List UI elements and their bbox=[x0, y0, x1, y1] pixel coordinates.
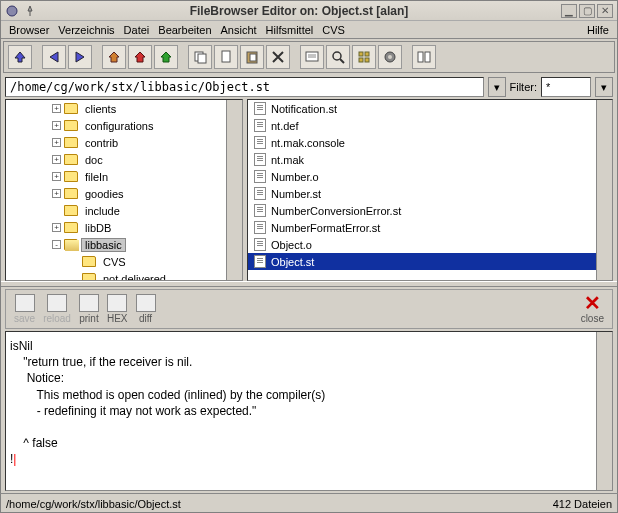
svg-rect-17 bbox=[418, 52, 423, 62]
forward-button[interactable] bbox=[68, 45, 92, 69]
folder-icon bbox=[82, 256, 96, 267]
tree-item[interactable]: +doc bbox=[6, 151, 242, 168]
tree-scrollbar[interactable] bbox=[226, 100, 242, 280]
tree-item[interactable]: include bbox=[6, 202, 242, 219]
filelist-scrollbar[interactable] bbox=[596, 100, 612, 280]
tree-item-label: include bbox=[82, 205, 123, 217]
file-item[interactable]: Object.st bbox=[248, 253, 612, 270]
path-input[interactable] bbox=[5, 77, 484, 97]
up-button[interactable] bbox=[8, 45, 32, 69]
close-window-button[interactable]: ✕ bbox=[597, 4, 613, 18]
expand-icon[interactable]: + bbox=[52, 104, 61, 113]
copy-button[interactable] bbox=[188, 45, 212, 69]
minimize-button[interactable]: ▁ bbox=[561, 4, 577, 18]
pin-icon[interactable] bbox=[23, 4, 37, 18]
file-item[interactable]: Number.st bbox=[248, 185, 612, 202]
file-item-label: Object.o bbox=[271, 239, 312, 251]
tree-item[interactable]: +clients bbox=[6, 100, 242, 117]
svg-point-16 bbox=[388, 55, 392, 59]
expand-icon[interactable]: + bbox=[52, 172, 61, 181]
tree-item[interactable]: CVS bbox=[6, 253, 242, 270]
file-item[interactable]: NumberConversionError.st bbox=[248, 202, 612, 219]
expand-icon[interactable]: + bbox=[52, 138, 61, 147]
find-button[interactable] bbox=[326, 45, 350, 69]
tree-item-label: libbasic bbox=[82, 239, 125, 251]
print-button[interactable]: print bbox=[79, 294, 99, 324]
home-button-1[interactable] bbox=[102, 45, 126, 69]
svg-rect-5 bbox=[250, 54, 256, 61]
menu-hilfsmittel[interactable]: Hilfsmittel bbox=[262, 23, 318, 37]
expand-icon[interactable]: - bbox=[52, 240, 61, 249]
menu-browser[interactable]: Browser bbox=[5, 23, 53, 37]
path-dropdown-button[interactable]: ▾ bbox=[488, 77, 506, 97]
home-button-2[interactable] bbox=[128, 45, 152, 69]
svg-rect-11 bbox=[359, 52, 363, 56]
tree-item-label: libDB bbox=[82, 222, 114, 234]
menu-ansicht[interactable]: Ansicht bbox=[217, 23, 261, 37]
delete-button[interactable] bbox=[266, 45, 290, 69]
filter-dropdown-button[interactable]: ▾ bbox=[595, 77, 613, 97]
file-item[interactable]: NumberFormatError.st bbox=[248, 219, 612, 236]
folder-icon bbox=[64, 103, 78, 114]
file-icon bbox=[254, 102, 266, 115]
file-item[interactable]: Notification.st bbox=[248, 100, 612, 117]
svg-line-10 bbox=[340, 59, 344, 63]
tree-item-label: clients bbox=[82, 103, 119, 115]
editor-scrollbar[interactable] bbox=[596, 332, 612, 490]
menu-verzeichnis[interactable]: Verzeichnis bbox=[54, 23, 118, 37]
back-button[interactable] bbox=[42, 45, 66, 69]
tree-item[interactable]: +configurations bbox=[6, 117, 242, 134]
file-item[interactable]: Number.o bbox=[248, 168, 612, 185]
main-toolbar bbox=[3, 41, 615, 73]
file-icon bbox=[254, 204, 266, 217]
expand-icon[interactable]: + bbox=[52, 155, 61, 164]
editor-close-button[interactable]: ✕close bbox=[581, 294, 604, 324]
diff-button[interactable] bbox=[412, 45, 436, 69]
reload-button[interactable]: reload bbox=[43, 294, 71, 324]
expand-icon[interactable]: + bbox=[52, 121, 61, 130]
file-list[interactable]: Notification.stnt.defnt.mak.consolent.ma… bbox=[247, 99, 613, 281]
file-item[interactable]: nt.def bbox=[248, 117, 612, 134]
tree-item[interactable]: -libbasic bbox=[6, 236, 242, 253]
tree-item-label: CVS bbox=[100, 256, 129, 268]
folder-icon bbox=[82, 273, 96, 281]
folder-icon bbox=[64, 205, 78, 216]
svg-rect-13 bbox=[359, 58, 363, 62]
code-editor[interactable]: isNil "return true, if the receiver is n… bbox=[5, 331, 613, 491]
home-button-3[interactable] bbox=[154, 45, 178, 69]
tree-item-label: goodies bbox=[82, 188, 127, 200]
expand-icon[interactable]: + bbox=[52, 223, 61, 232]
gear-button[interactable] bbox=[378, 45, 402, 69]
menu-datei[interactable]: Datei bbox=[120, 23, 154, 37]
horizontal-divider[interactable] bbox=[1, 281, 617, 287]
directory-tree[interactable]: +clients+configurations+contrib+doc+file… bbox=[5, 99, 243, 281]
folder-icon bbox=[64, 188, 78, 199]
menu-hilfe[interactable]: Hilfe bbox=[583, 23, 613, 37]
file-item[interactable]: nt.mak bbox=[248, 151, 612, 168]
paste-button[interactable] bbox=[240, 45, 264, 69]
file-icon bbox=[254, 153, 266, 166]
tree-item[interactable]: +libDB bbox=[6, 219, 242, 236]
file-icon bbox=[254, 255, 266, 268]
menu-bearbeiten[interactable]: Bearbeiten bbox=[154, 23, 215, 37]
file-item[interactable]: Object.o bbox=[248, 236, 612, 253]
file-item-label: Notification.st bbox=[271, 103, 337, 115]
svg-point-9 bbox=[333, 52, 341, 60]
editor-diff-button[interactable]: diff bbox=[136, 294, 156, 324]
expand-icon[interactable]: + bbox=[52, 189, 61, 198]
svg-rect-14 bbox=[365, 58, 369, 62]
package-button[interactable] bbox=[352, 45, 376, 69]
cut-button[interactable] bbox=[214, 45, 238, 69]
tree-item[interactable]: +goodies bbox=[6, 185, 242, 202]
editor-button[interactable] bbox=[300, 45, 324, 69]
save-button[interactable]: save bbox=[14, 294, 35, 324]
tree-item[interactable]: +contrib bbox=[6, 134, 242, 151]
tree-item[interactable]: +fileIn bbox=[6, 168, 242, 185]
menu-cvs[interactable]: CVS bbox=[318, 23, 349, 37]
hex-button[interactable]: HEX bbox=[107, 294, 128, 324]
folder-icon bbox=[64, 120, 78, 131]
tree-item[interactable]: not delivered bbox=[6, 270, 242, 281]
file-item[interactable]: nt.mak.console bbox=[248, 134, 612, 151]
maximize-button[interactable]: ▢ bbox=[579, 4, 595, 18]
filter-input[interactable] bbox=[541, 77, 591, 97]
